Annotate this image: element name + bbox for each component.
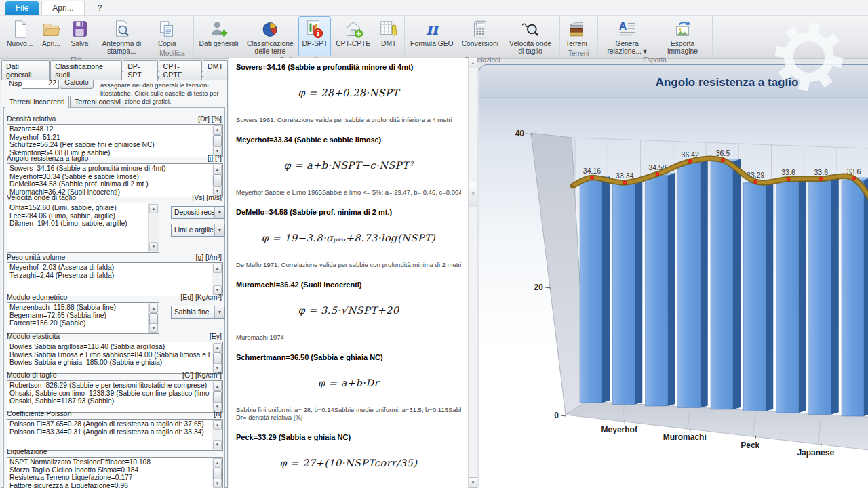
listbox-liquefazione[interactable]: NSPT Normalizzato TensioneEfficace=10.10… [7, 457, 223, 488]
list-item[interactable]: Ohsaki, Sabbie=1187.93 (Sabbie) [9, 397, 211, 405]
listbox-scrollbar[interactable]: ▲▼ [212, 342, 222, 373]
scroll-down-icon[interactable]: ▼ [149, 323, 158, 333]
list-item[interactable]: Meyerhof=51.21 [9, 134, 211, 142]
scrollbar-thumb[interactable] [213, 174, 222, 186]
scroll-up-icon[interactable]: ▲ [213, 343, 222, 352]
combo-sabbia-fine[interactable]: Sabbia fine▼ [171, 306, 225, 319]
scroll-up-icon[interactable]: ▲ [213, 264, 222, 273]
list-item[interactable]: Ohsaki, Sabbie con limo=1238.39 (Sabbie … [9, 390, 211, 398]
listbox-angolo-resistenza-a-taglio[interactable]: Sowers=34.16 (Sabbie a profondità minore… [7, 163, 223, 197]
chevron-down-icon[interactable]: ▼ [214, 224, 224, 236]
list-item[interactable]: DeMello=34.58 (Sabbie prof. ninima di 2 … [9, 180, 211, 188]
listbox-modulo-edometrico[interactable]: Menzenbach=115.88 (Sabbia fine)Begemann=… [7, 302, 159, 334]
scrollbar-thumb[interactable]: ≡ [469, 182, 477, 207]
tab-dmt[interactable]: DMT [203, 60, 228, 80]
list-item[interactable]: Meyerhof=2.03 (Assenza di falda) [9, 264, 211, 272]
ribbon-tab-apri[interactable]: Apri... [41, 1, 84, 15]
listbox-scrollbar[interactable]: ▲▼ [212, 381, 222, 412]
bar-front-face [646, 176, 668, 406]
scroll-up-icon[interactable]: ▲ [149, 304, 158, 313]
scroll-down-icon[interactable]: ▼ [469, 477, 477, 488]
ribbon-button-label: Terreni [566, 40, 587, 47]
listbox-scrollbar[interactable]: ▲▼ [148, 303, 159, 333]
chevron-down-icon[interactable]: ▼ [214, 207, 224, 218]
subtab-terreni-incoerenti[interactable]: Terreni incoerenti [5, 96, 69, 108]
list-item[interactable]: Bowles Sabbia e ghiaia=185.00 (Sabbia e … [9, 359, 211, 367]
tab-dp-spt[interactable]: DP-SPT [123, 60, 157, 81]
list-item[interactable]: Robertson=826.29 (Sabbie e per tensioni … [9, 382, 211, 390]
scroll-up-icon[interactable]: ▲ [149, 204, 158, 214]
scroll-up-icon[interactable]: ▲ [213, 165, 222, 174]
listbox-scrollbar[interactable]: ▲▼ [212, 125, 222, 157]
list-item[interactable]: Menzenbach=115.88 (Sabbia fine) [9, 304, 147, 312]
ribbon-tab-file[interactable]: File [5, 1, 39, 15]
list-item[interactable]: Lee=284.06 (Limo, sabbie, argille) [9, 212, 147, 220]
ribbon-button-apri[interactable]: Apri... [37, 16, 64, 56]
ribbon-button-dp-spt[interactable]: iDP-SPT [298, 16, 331, 56]
ribbon-button-terreni[interactable]: Terreni [562, 16, 590, 49]
scroll-down-icon[interactable]: ▼ [149, 242, 158, 251]
tab-classificazione-suoli[interactable]: Classificazione suoli [50, 60, 122, 80]
ribbon-button-salva[interactable]: Salva [66, 16, 93, 56]
combo-limi-e-argille[interactable]: Limi e argille▼ [171, 224, 225, 237]
scroll-up-icon[interactable]: ▲ [213, 382, 222, 391]
list-item[interactable]: Bowles Sabbia limosa e Limo sabbioso=84.… [9, 351, 211, 359]
listbox-velocit-onde-di-taglio[interactable]: Ohta=152.60 (Limi, sabbie, ghiaie)Lee=28… [7, 203, 159, 253]
bar-front-face [612, 184, 635, 404]
scroll-up-icon[interactable]: ▲ [469, 58, 477, 68]
listbox-scrollbar[interactable]: ▲▼ [212, 263, 222, 296]
ribbon-button-esporta-immagine[interactable]: Esporta immagine [656, 16, 710, 56]
ribbon-button-dmt[interactable]: DMT [375, 16, 402, 56]
listbox-scrollbar[interactable]: ▲▼ [148, 203, 159, 252]
subtab-terreni-coesivi[interactable]: Terreni coesivi [70, 96, 125, 107]
list-item[interactable]: Sowers=34.16 (Sabbie a profondità minore… [9, 165, 211, 173]
tab-cpt-cpte[interactable]: CPT-CPTE [159, 60, 202, 80]
listbox-scrollbar[interactable]: ▲▼ [212, 420, 222, 450]
list-item[interactable]: Ohta=152.60 (Limi, sabbie, ghiaie) [9, 204, 147, 212]
ribbon-button-conversioni[interactable]: Conversioni [458, 16, 502, 56]
listbox-peso-unit-volume[interactable]: Meyerhof=2.03 (Assenza di falda)Terzaghi… [7, 262, 223, 296]
ribbon-button-genera-relazione[interactable]: AGenera relazione... ▾ [600, 16, 654, 56]
ribbon-button-nuovo[interactable]: Nuovo... [3, 16, 36, 56]
list-item[interactable]: Begemann=72.65 (Sabbia fine) [9, 312, 147, 320]
list-item[interactable]: Bazara=48.12 [9, 125, 211, 134]
list-item[interactable]: Dikmen=194.01 (Limo, sabbie, argille) [9, 220, 147, 228]
list-item[interactable]: Farrent=156.20 (Sabbie) [9, 319, 147, 327]
listbox-scrollbar[interactable]: ▲▼ [212, 164, 222, 197]
list-item[interactable]: Fattore sicurezza a Liquefazione=0.96 [9, 482, 211, 488]
list-item[interactable]: Sforzo Taglio Ciclico Indotto Sisma=0.18… [9, 466, 211, 474]
scroll-up-icon[interactable]: ▲ [213, 420, 222, 430]
list-item[interactable]: Terzaghi=2.44 (Presenza di falda) [9, 272, 211, 280]
ribbon-button-cpt-cpte[interactable]: CPT-CPTE [332, 16, 374, 56]
tab-dati-generali[interactable]: Dati generali [1, 60, 50, 80]
listbox-coefficiente-poisson[interactable]: Poisson Fi=37.65=0.28 (Angolo di resiste… [7, 419, 223, 451]
listbox-items: NSPT Normalizzato TensioneEfficace=10.10… [9, 458, 211, 488]
list-item[interactable]: NSPT Normalizzato TensioneEfficace=10.10… [9, 458, 211, 466]
ribbon-button-classificazione-delle-terre[interactable]: Classificazione delle terre [243, 16, 297, 56]
scrollbar-thumb[interactable] [213, 135, 222, 147]
formula-panel-scrollbar[interactable]: ▲ ≡ ▼ [468, 58, 477, 488]
ribbon-button-dati-generali[interactable]: Dati generali [196, 16, 242, 56]
listbox-modulo-elasticit-[interactable]: Bowles Sabbia argillosa=118.40 (Sabbia a… [7, 342, 223, 374]
list-item[interactable]: Schultze=56.24 (Per sabbie fini e ghiaio… [9, 141, 211, 149]
ribbon-tab-[interactable]: ? [87, 1, 113, 15]
listbox-modulo-di-taglio[interactable]: Robertson=826.29 (Sabbie e per tensioni … [7, 380, 223, 413]
list-item[interactable]: Poisson Fi=33.34=0.31 (Angolo di resiste… [9, 428, 211, 436]
scroll-up-icon[interactable]: ▲ [213, 458, 222, 468]
y-axis-tick-label: 40 [515, 129, 525, 138]
list-item[interactable]: Bowles Sabbia argillosa=118.40 (Sabbia a… [9, 343, 211, 351]
ribbon-button-copia[interactable]: Copia [153, 16, 180, 49]
ribbon-button-label: Classificazione delle terre [246, 40, 294, 55]
listbox-densit-relativa[interactable]: Bazara=48.12Meyerhof=51.21Schultze=56.24… [7, 124, 223, 157]
ribbon-button-formula-geo[interactable]: πFormula GEO [407, 16, 457, 56]
ribbon-button-velocit-onde-di-taglio[interactable]: Velocità onde di taglio [503, 16, 557, 56]
listbox-scrollbar[interactable]: ▲▼ [212, 458, 222, 488]
combo-depositi-recenti[interactable]: Depositi recenti▼ [171, 206, 225, 219]
scroll-down-icon[interactable]: ▼ [213, 479, 222, 488]
list-item[interactable]: Poisson Fi=37.65=0.28 (Angolo di resiste… [9, 420, 211, 428]
list-item[interactable]: Resistenza Terreno Liquefazione=0.177 [9, 474, 211, 482]
ribbon-button-anteprima-di-stampa[interactable]: Anteprima di stampa... [94, 16, 149, 56]
chevron-down-icon[interactable]: ▼ [214, 306, 224, 318]
list-item[interactable]: Meyerhof=33.34 (Sabbie e sabbie limose) [9, 173, 211, 181]
scroll-up-icon[interactable]: ▲ [213, 125, 222, 135]
